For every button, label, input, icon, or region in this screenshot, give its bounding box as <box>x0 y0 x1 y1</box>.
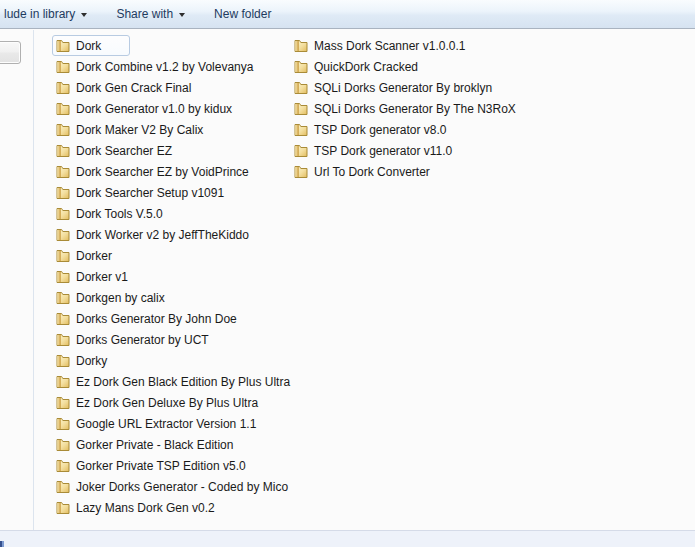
folder-name: Dork Maker V2 By Calix <box>76 123 203 137</box>
folder-name: Dorker v1 <box>76 270 128 284</box>
folder-item[interactable]: Dorky <box>52 350 307 371</box>
folder-icon <box>293 143 309 159</box>
folder-item[interactable]: TSP Dork generator v11.0 <box>290 140 530 161</box>
folder-icon <box>55 248 71 264</box>
folder-icon <box>55 479 71 495</box>
folder-icon <box>55 395 71 411</box>
share-with-label: Share with <box>116 7 173 21</box>
folder-item[interactable]: SQLi Dorks Generator By broklyn <box>290 77 530 98</box>
folder-icon <box>55 143 71 159</box>
folder-icon <box>55 269 71 285</box>
folder-icon <box>55 122 71 138</box>
folder-item[interactable]: Dork Searcher EZ by VoidPrince <box>52 161 307 182</box>
folder-item[interactable]: Dork Maker V2 By Calix <box>52 119 307 140</box>
include-in-library-label: lude in library <box>4 7 75 21</box>
folder-icon <box>293 80 309 96</box>
folder-name: Dorker <box>76 249 112 263</box>
folder-name: SQLi Dorks Generator By The N3RoX <box>314 102 516 116</box>
folder-item[interactable]: Dorks Generator By John Doe <box>52 308 307 329</box>
folder-item[interactable]: Lazy Mans Dork Gen v0.2 <box>52 497 307 518</box>
partial-button[interactable] <box>0 41 21 64</box>
folder-name: Ez Dork Gen Deluxe By Plus Ultra <box>76 396 258 410</box>
chevron-down-icon <box>179 13 185 17</box>
folder-icon <box>55 227 71 243</box>
folder-icon <box>55 164 71 180</box>
folder-icon <box>55 206 71 222</box>
folder-name: QuickDork Cracked <box>314 60 418 74</box>
folder-name: Dork Tools V.5.0 <box>76 207 163 221</box>
folder-icon <box>55 458 71 474</box>
folder-icon <box>55 59 71 75</box>
folder-name: Dorks Generator By John Doe <box>76 312 237 326</box>
folder-item[interactable]: TSP Dork generator v8.0 <box>290 119 530 140</box>
folder-name: Gorker Private - Black Edition <box>76 438 233 452</box>
folder-name: Lazy Mans Dork Gen v0.2 <box>76 501 215 515</box>
new-folder-button[interactable]: New folder <box>211 2 274 26</box>
folder-column-left: Dork Dork <box>52 35 307 518</box>
share-with-button[interactable]: Share with <box>113 2 188 26</box>
folder-name: Dorkgen by calix <box>76 291 165 305</box>
folder-item[interactable]: Ez Dork Gen Black Edition By Plus Ultra <box>52 371 307 392</box>
folder-icon <box>55 416 71 432</box>
folder-column-right: Mass Dork Scanner v1.0.0.1 <box>290 35 530 182</box>
folder-name: Dork Worker v2 by JeffTheKiddo <box>76 228 249 242</box>
folder-icon <box>55 353 71 369</box>
folder-icon <box>55 437 71 453</box>
folder-item[interactable]: Gorker Private - Black Edition <box>52 434 307 455</box>
folder-item[interactable]: Dork Worker v2 by JeffTheKiddo <box>52 224 307 245</box>
folder-icon <box>55 80 71 96</box>
folder-item[interactable]: Dorker v1 <box>52 266 307 287</box>
details-folder-icon <box>0 541 4 547</box>
folder-item[interactable]: Joker Dorks Generator - Coded by Mico <box>52 476 307 497</box>
folder-item[interactable]: Dorks Generator by UCT <box>52 329 307 350</box>
folder-item[interactable]: QuickDork Cracked <box>290 56 530 77</box>
file-list-area: Dork Dork <box>35 30 695 530</box>
folder-icon <box>55 374 71 390</box>
folder-icon <box>55 290 71 306</box>
folder-item[interactable]: Dork <box>52 35 307 56</box>
folder-name: Dork Combine v1.2 by Volevanya <box>76 60 253 74</box>
folder-item[interactable]: Dork Combine v1.2 by Volevanya <box>52 56 307 77</box>
folder-item[interactable]: Dork Tools V.5.0 <box>52 203 307 224</box>
details-pane <box>0 530 695 547</box>
folder-icon <box>55 101 71 117</box>
folder-name: Dork Searcher EZ by VoidPrince <box>76 165 249 179</box>
folder-item[interactable]: SQLi Dorks Generator By The N3RoX <box>290 98 530 119</box>
folder-icon <box>293 38 309 54</box>
folder-name: Dork Searcher Setup v1091 <box>76 186 224 200</box>
folder-name: Dork Generator v1.0 by kidux <box>76 102 232 116</box>
folder-name: TSP Dork generator v8.0 <box>314 123 447 137</box>
folder-item[interactable]: Dork Searcher EZ <box>52 140 307 161</box>
folder-item[interactable]: Ez Dork Gen Deluxe By Plus Ultra <box>52 392 307 413</box>
chevron-down-icon <box>81 13 87 17</box>
folder-icon <box>55 332 71 348</box>
folder-name: SQLi Dorks Generator By broklyn <box>314 81 492 95</box>
folder-item[interactable]: Dorker <box>52 245 307 266</box>
folder-item[interactable]: Dorkgen by calix <box>52 287 307 308</box>
folder-name: Dorky <box>76 354 107 368</box>
folder-item[interactable]: Dork Generator v1.0 by kidux <box>52 98 307 119</box>
folder-name: Mass Dork Scanner v1.0.0.1 <box>314 39 465 53</box>
folder-name: Url To Dork Converter <box>314 165 430 179</box>
explorer-window: lude in library Share with New folder <box>0 0 695 547</box>
folder-name: Dork <box>76 39 101 53</box>
folder-item[interactable]: Url To Dork Converter <box>290 161 530 182</box>
folder-name: Dork Searcher EZ <box>76 144 172 158</box>
folder-icon <box>55 311 71 327</box>
include-in-library-button[interactable]: lude in library <box>1 2 90 26</box>
folder-item[interactable]: Google URL Extractor Version 1.1 <box>52 413 307 434</box>
folder-item[interactable]: Mass Dork Scanner v1.0.0.1 <box>290 35 530 56</box>
command-toolbar: lude in library Share with New folder <box>0 0 695 29</box>
new-folder-label: New folder <box>214 7 271 21</box>
folder-icon <box>55 185 71 201</box>
navigation-pane <box>0 30 34 530</box>
folder-icon <box>293 122 309 138</box>
folder-name: Ez Dork Gen Black Edition By Plus Ultra <box>76 375 290 389</box>
folder-item[interactable]: Dork Gen Crack Final <box>52 77 307 98</box>
folder-name: Dorks Generator by UCT <box>76 333 209 347</box>
folder-icon <box>55 500 71 516</box>
folder-icon <box>293 101 309 117</box>
folder-item[interactable]: Dork Searcher Setup v1091 <box>52 182 307 203</box>
folder-item[interactable]: Gorker Private TSP Edition v5.0 <box>52 455 307 476</box>
folder-icon <box>293 164 309 180</box>
